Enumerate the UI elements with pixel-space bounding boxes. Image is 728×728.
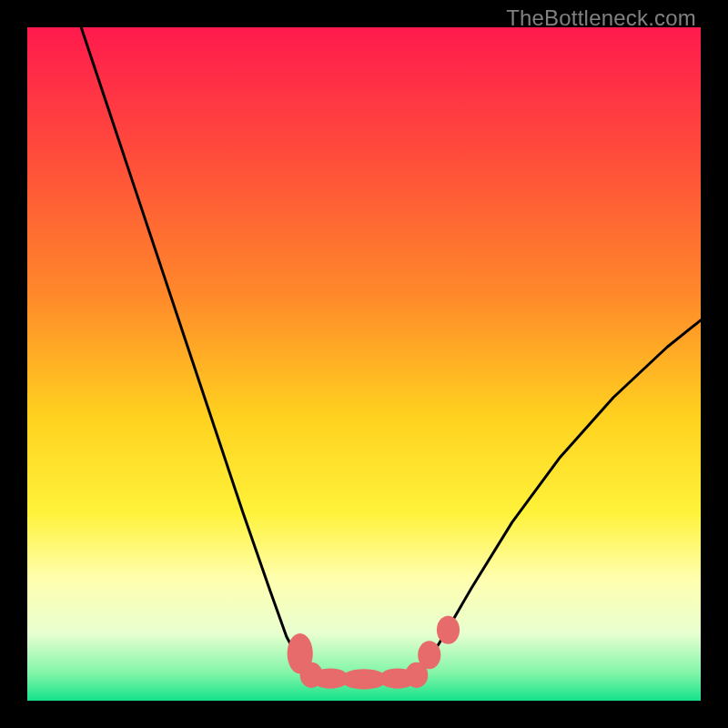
watermark-text: TheBottleneck.com [506,5,696,31]
marker-7 [437,616,460,644]
chart-frame [27,27,701,701]
marker-6 [418,641,440,669]
chart-plot [27,27,701,701]
gradient-background [27,27,701,701]
